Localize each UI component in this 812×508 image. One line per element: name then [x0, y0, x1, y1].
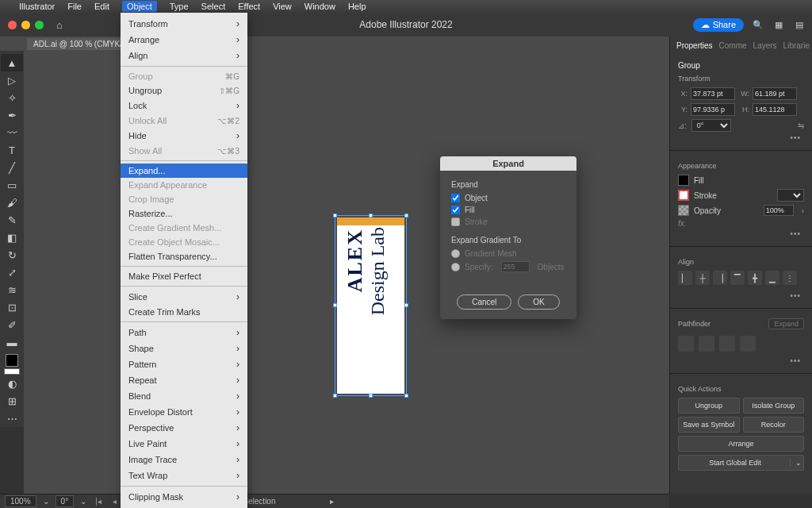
shaper-tool[interactable]: ✎: [1, 211, 23, 229]
pathfinder-exclude-icon[interactable]: [740, 336, 756, 352]
pathfinder-expand-button[interactable]: Expand: [768, 318, 804, 329]
flip-h-icon[interactable]: ⇋: [798, 121, 804, 130]
panel-tab-comments[interactable]: Comme: [719, 41, 747, 50]
start-global-edit-button[interactable]: Start Global Edit⌄: [678, 455, 804, 471]
menu-item-create-trim-marks[interactable]: Create Trim Marks: [121, 305, 247, 319]
close-window[interactable]: [8, 21, 17, 29]
scale-tool[interactable]: ⤢: [1, 264, 23, 281]
menu-type[interactable]: Type: [170, 2, 189, 11]
isolate-group-button[interactable]: Isolate Group: [743, 398, 805, 414]
menu-item-lock[interactable]: Lock: [121, 98, 247, 114]
home-icon[interactable]: ⌂: [56, 19, 63, 31]
menu-item-live-paint[interactable]: Live Paint: [121, 436, 247, 452]
rotate-view[interactable]: 0°: [56, 495, 75, 507]
menu-item-repeat[interactable]: Repeat: [121, 372, 247, 388]
paintbrush-tool[interactable]: 🖌: [1, 194, 23, 211]
menu-item-ungroup[interactable]: Ungroup⇧⌘G: [121, 83, 247, 98]
h-input[interactable]: [753, 103, 797, 116]
more-pathfinder-icon[interactable]: •••: [678, 355, 804, 367]
menu-help[interactable]: Help: [348, 2, 366, 11]
eyedropper-tool[interactable]: ✐: [1, 316, 23, 333]
screen-mode-icon[interactable]: ⊞: [1, 392, 23, 410]
menu-illustrator[interactable]: Illustrator: [19, 2, 55, 11]
fill-checkbox[interactable]: [451, 206, 460, 214]
panel-tab-layers[interactable]: Layers: [753, 41, 777, 50]
menu-window[interactable]: Window: [304, 2, 335, 11]
gradient-tool[interactable]: ▬: [1, 333, 23, 351]
x-input[interactable]: [691, 87, 735, 100]
align-top-icon[interactable]: ▔: [730, 271, 745, 285]
menu-item-image-trace[interactable]: Image Trace: [121, 452, 247, 468]
free-transform-tool[interactable]: ⊡: [1, 298, 23, 316]
ok-button[interactable]: OK: [518, 294, 559, 310]
pathfinder-minus-icon[interactable]: [699, 336, 714, 352]
menu-item-text-wrap[interactable]: Text Wrap: [121, 468, 247, 483]
align-hcenter-icon[interactable]: ┼: [695, 271, 710, 285]
fill-checkbox-row[interactable]: Fill: [451, 206, 565, 214]
rectangle-tool[interactable]: ▭: [1, 176, 23, 194]
pen-tool[interactable]: ✒: [1, 106, 23, 124]
direct-selection-tool[interactable]: ▷: [1, 71, 23, 89]
menu-object[interactable]: Object: [122, 1, 157, 12]
menu-view[interactable]: View: [273, 2, 292, 11]
align-distribute-icon[interactable]: ⋮: [783, 271, 797, 285]
more-appearance-icon[interactable]: •••: [678, 228, 804, 240]
object-checkbox-row[interactable]: Object: [451, 194, 565, 202]
rotate-input[interactable]: 0°: [691, 119, 731, 132]
object-checkbox[interactable]: [451, 194, 460, 202]
panel-tab-properties[interactable]: Properties: [676, 41, 713, 50]
prev-artboard-icon[interactable]: ◂: [110, 497, 119, 506]
menu-item-blend[interactable]: Blend: [121, 388, 247, 404]
line-tool[interactable]: ╱: [1, 159, 23, 176]
eraser-tool[interactable]: ◧: [1, 229, 23, 246]
menu-item-path[interactable]: Path: [121, 325, 247, 341]
play-icon[interactable]: ▸: [330, 497, 334, 506]
recolor-button[interactable]: Recolor: [743, 417, 805, 433]
workspace-icon[interactable]: ▤: [793, 18, 806, 31]
fill-stroke-swatch[interactable]: [6, 354, 18, 367]
first-artboard-icon[interactable]: |◂: [93, 497, 104, 506]
more-transform-icon[interactable]: •••: [678, 132, 804, 144]
ungroup-button[interactable]: Ungroup: [678, 398, 740, 414]
opacity-input[interactable]: [764, 205, 794, 216]
zoom-level[interactable]: 100%: [5, 495, 36, 507]
pathfinder-intersect-icon[interactable]: [719, 336, 735, 352]
stroke-weight-input[interactable]: [777, 189, 804, 202]
menu-item-compound-path[interactable]: Compound Path: [121, 505, 247, 508]
fill-swatch[interactable]: [678, 175, 689, 186]
color-mode-swatch[interactable]: [4, 368, 20, 375]
menu-item-envelope-distort[interactable]: Envelope Distort: [121, 404, 247, 420]
selection-bounding-box[interactable]: [335, 215, 407, 396]
align-vcenter-icon[interactable]: ╋: [748, 271, 762, 285]
rotate-chevron-icon[interactable]: ⌄: [80, 497, 86, 506]
save-symbol-button[interactable]: Save as Symbol: [678, 417, 740, 433]
menu-item-rasterize-[interactable]: Rasterize...: [121, 206, 247, 221]
menu-item-shape[interactable]: Shape: [121, 341, 247, 356]
search-icon[interactable]: 🔍: [752, 18, 764, 31]
menu-item-make-pixel-perfect[interactable]: Make Pixel Perfect: [121, 269, 247, 283]
menu-select[interactable]: Select: [201, 2, 226, 11]
menu-item-clipping-mask[interactable]: Clipping Mask: [121, 489, 247, 505]
menu-item-transform[interactable]: Transform: [121, 16, 247, 32]
curvature-tool[interactable]: 〰: [1, 124, 23, 141]
stroke-swatch[interactable]: [678, 190, 689, 201]
draw-mode-icon[interactable]: ◐: [1, 375, 23, 392]
y-input[interactable]: [691, 103, 735, 116]
pathfinder-unite-icon[interactable]: [678, 336, 694, 352]
menu-item-flatten-transparency-[interactable]: Flatten Transparency...: [121, 249, 247, 264]
share-button[interactable]: ☁Share: [693, 18, 744, 32]
align-left-icon[interactable]: ▏: [678, 271, 692, 285]
menu-edit[interactable]: Edit: [94, 2, 109, 11]
fx-label[interactable]: fx.: [678, 219, 804, 228]
magic-wand-tool[interactable]: ✧: [1, 89, 23, 106]
align-right-icon[interactable]: ▕: [713, 271, 727, 285]
menu-effect[interactable]: Effect: [238, 2, 260, 11]
selection-tool[interactable]: ▲: [1, 54, 23, 71]
type-tool[interactable]: T: [1, 141, 23, 159]
menu-item-expand-[interactable]: Expand...: [121, 164, 247, 178]
menu-item-pattern[interactable]: Pattern: [121, 356, 247, 372]
minimize-window[interactable]: [21, 21, 30, 29]
width-tool[interactable]: ≋: [1, 281, 23, 298]
panel-tab-libraries[interactable]: Librarie: [783, 41, 810, 50]
opacity-swatch[interactable]: [678, 205, 689, 216]
